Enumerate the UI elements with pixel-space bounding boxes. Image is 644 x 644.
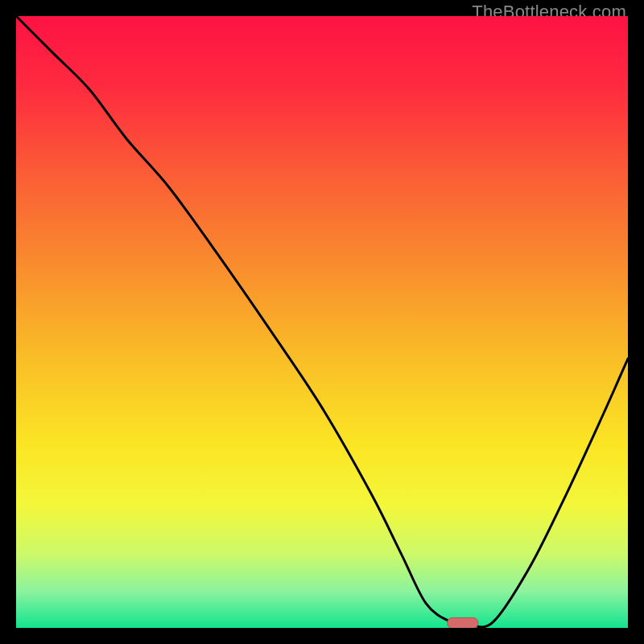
bottleneck-chart <box>16 16 628 628</box>
gradient-background <box>16 16 628 628</box>
optimal-marker <box>448 617 478 628</box>
chart-frame <box>16 16 628 628</box>
